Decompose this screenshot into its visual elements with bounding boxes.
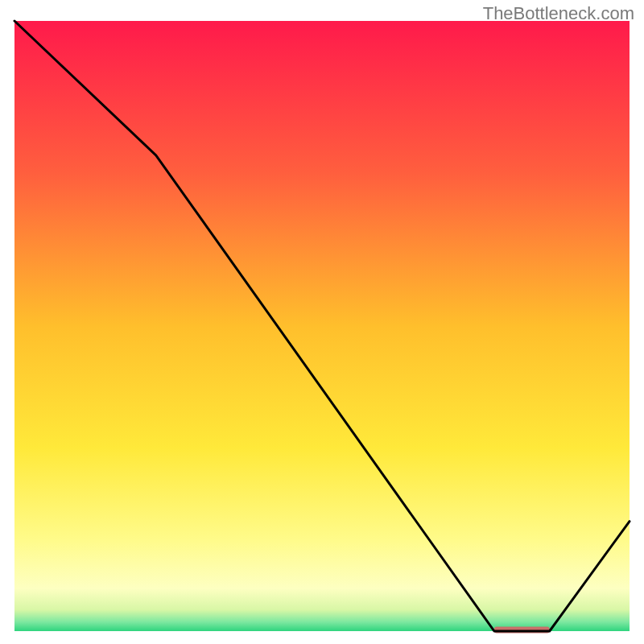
watermark-text: TheBottleneck.com bbox=[483, 3, 634, 24]
plot-background bbox=[14, 21, 630, 631]
chart-svg bbox=[0, 0, 644, 644]
bottleneck-chart: TheBottleneck.com bbox=[0, 0, 644, 644]
